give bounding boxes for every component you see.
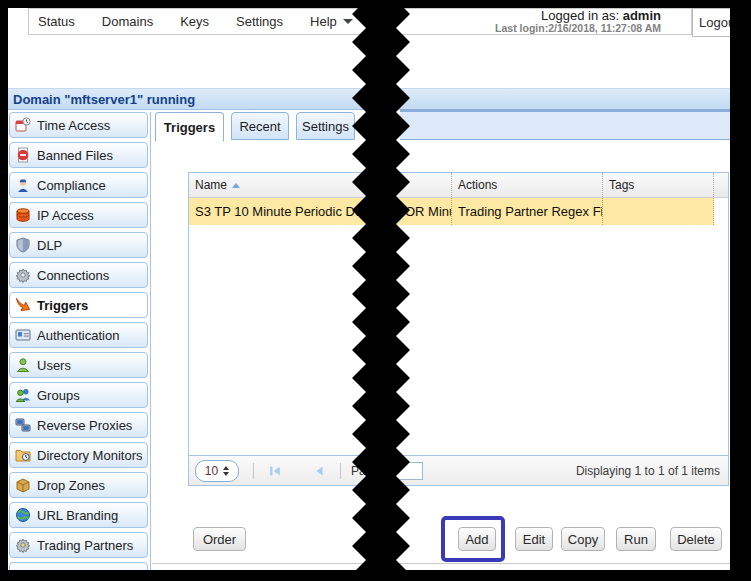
compliance-icon [15, 177, 31, 193]
order-button[interactable]: Order [193, 527, 246, 551]
pager-separator [340, 463, 341, 479]
tab-recent[interactable]: Recent [231, 112, 289, 140]
sidebar-item-connections[interactable]: Connections [9, 262, 148, 288]
tab-settings[interactable]: Settings [296, 112, 355, 140]
panel-bottom-border [152, 563, 730, 564]
sidebar-item-url-branding[interactable]: URL Branding [9, 502, 148, 528]
sidebar-item-ip-access[interactable]: IP Access [9, 202, 148, 228]
spinner-icon [223, 466, 229, 476]
copy-button[interactable]: Copy [561, 527, 605, 551]
sidebar-item-users[interactable]: Users [9, 352, 148, 378]
directory-monitors-icon [15, 447, 31, 463]
time-access-icon [15, 117, 31, 133]
add-button[interactable]: Add [458, 527, 496, 551]
login-info: Logged in as: admin Last login:2/16/2018… [495, 9, 661, 34]
sidebar-item-compliance[interactable]: Compliance [9, 172, 148, 198]
cell-tags [603, 198, 714, 225]
sidebar-item-drop-zones[interactable]: Drop Zones [9, 472, 148, 498]
ip-access-icon [15, 207, 31, 223]
page-input[interactable] [385, 462, 423, 480]
pagination-status: Displaying 1 to 1 of 1 items [576, 464, 728, 478]
nav-domains[interactable]: Domains [102, 14, 153, 29]
connections-icon [15, 267, 31, 283]
dlp-icon [15, 237, 31, 253]
grid-header: Name Actions Tags [189, 173, 728, 198]
main-nav: Status Domains Keys Settings Help [29, 14, 353, 29]
reverse-proxies-icon [15, 417, 31, 433]
chevron-down-icon [343, 19, 353, 24]
cell-name: S3 TP 10 Minute Periodic Downl OR Minute [189, 198, 452, 225]
column-header-spacer [714, 173, 728, 197]
tab-triggers[interactable]: Triggers [155, 112, 224, 142]
logged-in-user: admin [623, 8, 661, 23]
nav-help[interactable]: Help [310, 14, 353, 29]
sidebar-item-time-access[interactable]: Time Access [9, 112, 148, 138]
pager-separator [253, 463, 254, 479]
top-menu-bar: Status Domains Keys Settings Help Logged… [28, 8, 692, 35]
table-row-selected[interactable]: S3 TP 10 Minute Periodic Downl OR Minute… [189, 198, 728, 225]
edit-button[interactable]: Edit [515, 527, 553, 551]
screenshot-frame: Status Domains Keys Settings Help Logged… [0, 0, 751, 581]
panel-divider [150, 112, 151, 570]
sidebar-item-directory-monitors[interactable]: Directory Monitors [9, 442, 148, 468]
url-branding-icon [15, 507, 31, 523]
logged-in-as: Logged in as: admin [495, 9, 661, 23]
sort-ascending-icon [232, 183, 240, 188]
column-header-actions[interactable]: Actions [452, 173, 603, 197]
tab-strip-band [400, 109, 730, 140]
column-header-tags[interactable]: Tags [603, 173, 714, 197]
sidebar-item-reverse-proxies[interactable]: Reverse Proxies [9, 412, 148, 438]
run-button[interactable]: Run [616, 527, 656, 551]
page-size-select[interactable]: 10 [195, 460, 239, 482]
sidebar-item-authentication[interactable]: Authentication [9, 322, 148, 348]
page-label: Page [351, 464, 379, 478]
cell-name-fragment: OR Minute [405, 198, 452, 225]
previous-page-button[interactable] [310, 462, 328, 480]
first-page-icon [268, 464, 282, 478]
sidebar-item-banned-files[interactable]: Banned Files [9, 142, 148, 168]
logout-button[interactable]: Logout [692, 8, 730, 37]
app-window: Status Domains Keys Settings Help Logged… [8, 8, 730, 570]
triggers-grid: Name Actions Tags S3 TP 10 Minute Period… [188, 172, 729, 486]
authentication-icon [15, 327, 31, 343]
cell-actions: Trading Partner Regex File [452, 198, 603, 225]
groups-icon [15, 387, 31, 403]
triggers-icon [15, 297, 31, 313]
nav-status[interactable]: Status [38, 14, 75, 29]
first-page-button[interactable] [266, 462, 284, 480]
previous-page-icon [312, 464, 326, 478]
trading-partners-icon [15, 537, 31, 553]
domain-title: Domain "mftserver1" running [8, 92, 195, 107]
drop-zones-icon [15, 477, 31, 493]
sidebar-item-triggers[interactable]: Triggers [9, 292, 148, 318]
nav-keys[interactable]: Keys [180, 14, 209, 29]
last-login: Last login:2/16/2018, 11:27:08 AM [495, 23, 661, 34]
pagination-bar: 10 Page Displaying 1 to 1 of 1 items [189, 455, 728, 485]
banned-files-icon [15, 147, 31, 163]
nav-settings[interactable]: Settings [236, 14, 283, 29]
sidebar-item-groups[interactable]: Groups [9, 382, 148, 408]
sidebar-item-dlp[interactable]: DLP [9, 232, 148, 258]
domain-status-bar: Domain "mftserver1" running [8, 88, 730, 110]
sidebar-item-trading-partners[interactable]: Trading Partners [9, 532, 148, 558]
column-header-name[interactable]: Name [189, 173, 452, 197]
users-icon [15, 357, 31, 373]
sidebar-item-partial[interactable] [9, 562, 148, 570]
delete-button[interactable]: Delete [670, 527, 722, 551]
cell-spacer [714, 198, 728, 225]
